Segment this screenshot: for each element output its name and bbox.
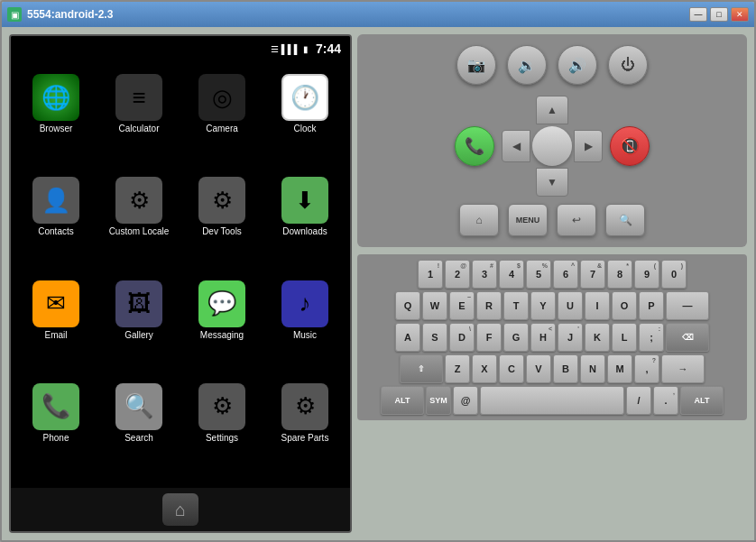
kb-key-4-1[interactable]: SYM (426, 386, 451, 415)
content-area: ☰ ▌▌▌ ▮ 7:44 🌐Browser≡Calculator◎Camera🕐… (2, 27, 754, 540)
kb-key-2-9[interactable]: :; (639, 323, 664, 352)
kb-key-2-2[interactable]: \D (449, 323, 475, 352)
main-window: ▣ 5554:android-2.3 — □ ✕ ☰ ▌▌▌ ▮ 7:44 🌐B… (0, 0, 756, 542)
kb-key-0-9[interactable]: )0 (661, 260, 687, 289)
kb-key-4-5[interactable]: ,. (653, 386, 678, 415)
menu-button[interactable]: MENU (508, 204, 548, 236)
kb-key-2-10[interactable]: ⌫ (666, 323, 709, 352)
kb-key-1-4[interactable]: T (503, 291, 529, 320)
kb-row-3: ⇧ZXCVBNM?,→ (363, 354, 742, 383)
kb-key-2-1[interactable]: S (422, 323, 447, 352)
kb-key-2-3[interactable]: F (476, 323, 502, 352)
kb-key-1-3[interactable]: R (476, 291, 502, 320)
app-settings[interactable]: ⚙Settings (182, 380, 262, 479)
app-label-messaging: Messaging (200, 330, 244, 341)
minimize-button[interactable]: — (689, 7, 707, 22)
power-button[interactable]: ⏻ (608, 45, 648, 85)
kb-key-3-9[interactable]: → (661, 354, 705, 383)
app-downloads[interactable]: ⬇Downloads (265, 173, 345, 272)
kb-row-4: ALTSYM@/,.ALT (363, 386, 742, 415)
dpad-left-button[interactable]: ◀ (502, 130, 530, 162)
kb-key-3-8[interactable]: ?, (634, 354, 659, 383)
app-grid: 🌐Browser≡Calculator◎Camera🕐Clock👤Contact… (11, 61, 350, 488)
kb-key-0-6[interactable]: &7 (580, 260, 605, 289)
window-controls: — □ ✕ (689, 7, 749, 22)
kb-key-0-2[interactable]: #3 (472, 260, 497, 289)
app-gallery[interactable]: 🖼Gallery (99, 277, 179, 376)
kb-key-1-1[interactable]: W (422, 291, 447, 320)
camera-button[interactable]: 📷 (456, 45, 496, 85)
kb-key-0-4[interactable]: %5 (526, 260, 551, 289)
app-browser[interactable]: 🌐Browser (16, 70, 96, 170)
app-email[interactable]: ✉Email (16, 277, 96, 376)
vol-up-button[interactable]: 🔊 (558, 45, 597, 85)
kb-key-1-8[interactable]: O (612, 291, 637, 320)
kb-key-0-8[interactable]: (9 (634, 260, 659, 289)
status-bar: ☰ ▌▌▌ ▮ 7:44 (11, 36, 350, 61)
home-button[interactable]: ⌂ (162, 493, 198, 526)
keyboard: !1@2#3$4%5^6&7*8(9)0QW~ERTYUIOP—AS\DFG<H… (357, 254, 747, 420)
dpad-down-button[interactable]: ▼ (536, 168, 568, 197)
kb-key-1-10[interactable]: — (666, 291, 709, 320)
hangup-button[interactable]: 📵 (610, 126, 650, 166)
kb-key-3-7[interactable]: M (607, 354, 632, 383)
kb-key-3-1[interactable]: Z (445, 354, 470, 383)
app-messaging[interactable]: 💬Messaging (182, 277, 262, 376)
kb-key-1-0[interactable]: Q (395, 291, 420, 320)
kb-key-3-0[interactable]: ⇧ (400, 354, 443, 383)
app-music[interactable]: ♪Music (265, 277, 345, 376)
app-clock[interactable]: 🕐Clock (265, 70, 345, 170)
kb-key-2-5[interactable]: <H (530, 323, 556, 352)
kb-key-1-9[interactable]: P (639, 291, 664, 320)
kb-key-4-6[interactable]: ALT (680, 386, 724, 415)
kb-key-0-5[interactable]: ^6 (553, 260, 578, 289)
app-contacts[interactable]: 👤Contacts (16, 173, 96, 272)
kb-key-4-0[interactable]: ALT (381, 386, 424, 415)
kb-key-2-0[interactable]: A (395, 323, 420, 352)
app-icon-spare-parts: ⚙ (281, 383, 328, 430)
window-title: 5554:android-2.3 (27, 8, 689, 21)
kb-key-0-0[interactable]: !1 (418, 260, 443, 289)
back-button[interactable]: ↩ (557, 204, 596, 236)
kb-key-4-4[interactable]: / (626, 386, 651, 415)
kb-key-1-2[interactable]: ~E (449, 291, 475, 320)
app-icon-phone: 📞 (32, 383, 79, 430)
app-camera[interactable]: ◎Camera (182, 70, 262, 170)
dpad-up-button[interactable]: ▲ (536, 96, 568, 124)
kb-key-3-6[interactable]: N (580, 354, 605, 383)
kb-key-2-6[interactable]: 'J (558, 323, 583, 352)
maximize-button[interactable]: □ (710, 7, 728, 22)
kb-key-1-6[interactable]: U (558, 291, 583, 320)
kb-key-2-4[interactable]: G (503, 323, 529, 352)
kb-key-0-1[interactable]: @2 (445, 260, 470, 289)
app-spare-parts[interactable]: ⚙Spare Parts (265, 380, 345, 479)
app-search[interactable]: 🔍Search (99, 380, 179, 479)
dpad-right-button[interactable]: ▶ (574, 130, 603, 162)
app-dev-tools[interactable]: ⚙Dev Tools (182, 173, 262, 272)
app-phone[interactable]: 📞Phone (16, 380, 96, 479)
top-control-buttons: 📷 🔉 🔊 ⏻ (456, 45, 648, 85)
kb-key-1-5[interactable]: Y (530, 291, 556, 320)
search-control-button[interactable]: 🔍 (605, 204, 645, 236)
kb-key-0-7[interactable]: *8 (607, 260, 632, 289)
home-control-button[interactable]: ⌂ (459, 204, 499, 236)
kb-key-0-3[interactable]: $4 (499, 260, 524, 289)
kb-key-2-7[interactable]: K (585, 323, 610, 352)
kb-key-3-4[interactable]: V (526, 354, 551, 383)
vol-down-button[interactable]: 🔉 (507, 45, 547, 85)
app-calculator[interactable]: ≡Calculator (99, 70, 179, 170)
kb-key-4-2[interactable]: @ (453, 386, 478, 415)
kb-key-3-3[interactable]: C (499, 354, 524, 383)
close-button[interactable]: ✕ (731, 7, 749, 22)
kb-key-3-5[interactable]: B (553, 354, 578, 383)
kb-key-2-8[interactable]: L (612, 323, 637, 352)
call-button[interactable]: 📞 (455, 126, 494, 166)
network-icon: ☰ (271, 44, 279, 54)
app-custom-locale[interactable]: ⚙Custom Locale (99, 173, 179, 272)
phone-screen: ☰ ▌▌▌ ▮ 7:44 🌐Browser≡Calculator◎Camera🕐… (9, 34, 352, 533)
kb-key-4-3[interactable] (480, 386, 624, 415)
kb-key-1-7[interactable]: I (585, 291, 610, 320)
title-bar: ▣ 5554:android-2.3 — □ ✕ (2, 2, 754, 27)
kb-key-3-2[interactable]: X (472, 354, 497, 383)
dpad-center-button[interactable] (532, 126, 572, 166)
